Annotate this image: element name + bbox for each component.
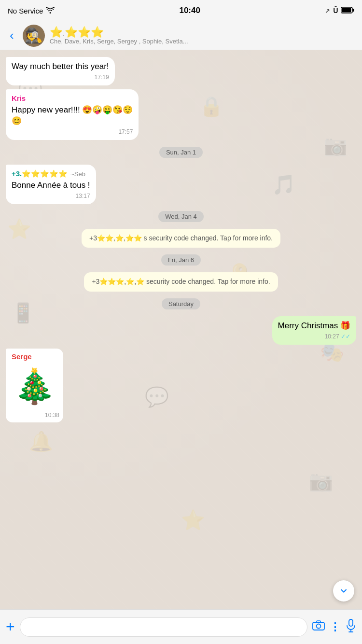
serge-sender-name: Serge xyxy=(6,349,63,363)
svg-rect-4 xyxy=(313,622,324,630)
message-time: 13:17 xyxy=(12,192,90,200)
sender-stars: +3.⭐⭐⭐⭐⭐ xyxy=(12,168,68,179)
message-row: +3.⭐⭐⭐⭐⭐ ~Seb Bonne Année à tous ! 13:17 xyxy=(6,165,356,204)
chat-header[interactable]: ‹ 🕵️ ⭐.⭐⭐⭐ Che, Dave, Kris, Serge, Serge… xyxy=(0,21,362,50)
wifi-icon xyxy=(46,7,55,15)
date-divider: Fri, Jan 6 xyxy=(161,254,201,266)
bubble-seb[interactable]: +3.⭐⭐⭐⭐⭐ ~Seb Bonne Année à tous ! 13:17 xyxy=(6,165,96,204)
message-text: Way much better this year! xyxy=(12,61,109,72)
microphone-button[interactable] xyxy=(346,619,356,635)
bubble-outgoing[interactable]: Merry Christmas 🎁 10:27 ✓✓ xyxy=(272,316,356,345)
system-bubble[interactable]: +3⭐⭐⭐,⭐,⭐ security code changed. Tap for… xyxy=(84,272,278,292)
status-time: 10:40 xyxy=(179,6,200,15)
bluetooth-icon: Ǔ xyxy=(333,7,338,14)
message-input[interactable] xyxy=(20,617,307,637)
signal-text: No Service xyxy=(8,7,43,15)
back-button[interactable]: ‹ xyxy=(6,26,18,45)
location-icon: ↗ xyxy=(325,7,330,14)
serge-image-bubble[interactable]: Serge 🎄 10:38 xyxy=(6,349,63,422)
system-text: +3⭐⭐⭐,⭐,⭐ security code changed. Tap for… xyxy=(92,278,270,285)
status-left: No Service xyxy=(8,7,55,15)
message-row: Kris Happy new year!!!! 😍🤪🤑😘😌😊 17:57 xyxy=(6,89,356,140)
bubble-incoming[interactable]: Way much better this year! 17:19 xyxy=(6,57,115,85)
system-bubble[interactable]: +3⭐⭐,⭐,⭐⭐ s security code changed. Tap f… xyxy=(82,229,280,248)
sender-name: Kris xyxy=(12,93,133,103)
system-message-row: +3⭐⭐,⭐,⭐⭐ s security code changed. Tap f… xyxy=(6,229,356,248)
status-bar: No Service 10:40 ↗ Ǔ xyxy=(0,0,362,21)
date-divider: Saturday xyxy=(162,298,200,309)
message-time: 17:57 xyxy=(12,128,133,136)
group-avatar: 🕵️ xyxy=(23,25,45,47)
message-text: Merry Christmas 🎁 xyxy=(278,320,350,332)
scroll-down-button[interactable] xyxy=(333,580,354,602)
header-names: Che, Dave, Kris, Serge, Sergey , Sophie,… xyxy=(50,38,356,45)
message-row: Way much better this year! 17:19 xyxy=(6,57,356,85)
message-time: 17:19 xyxy=(12,73,109,82)
header-info: ⭐.⭐⭐⭐ Che, Dave, Kris, Serge, Sergey , S… xyxy=(50,26,356,45)
date-divider: Wed, Jan 4 xyxy=(158,211,204,222)
system-message-row: +3⭐⭐⭐,⭐,⭐ security code changed. Tap for… xyxy=(6,272,356,292)
header-stars: ⭐.⭐⭐⭐ xyxy=(50,26,356,38)
system-text: +3⭐⭐,⭐,⭐⭐ s security code changed. Tap f… xyxy=(89,234,273,242)
serge-time: 10:38 xyxy=(6,410,63,422)
date-divider: Sun, Jan 1 xyxy=(159,147,203,158)
svg-point-3 xyxy=(338,586,349,596)
serge-emoji: 🎄 xyxy=(6,363,63,410)
svg-rect-1 xyxy=(342,8,351,12)
sender-attribution: ~Seb xyxy=(70,170,85,179)
battery-icon xyxy=(341,7,354,15)
message-text: Happy new year!!!! 😍🤪🤑😘😌😊 xyxy=(12,104,133,127)
camera-button[interactable] xyxy=(312,620,325,634)
svg-point-5 xyxy=(317,624,321,628)
svg-rect-6 xyxy=(317,621,320,623)
add-attachment-button[interactable]: + xyxy=(6,618,15,636)
svg-rect-2 xyxy=(353,9,354,12)
bubble-kris[interactable]: Kris Happy new year!!!! 😍🤪🤑😘😌😊 17:57 xyxy=(6,89,139,140)
message-row: Merry Christmas 🎁 10:27 ✓✓ xyxy=(6,316,356,345)
message-row: Serge 🎄 10:38 xyxy=(6,349,356,422)
message-time: 10:27 ✓✓ xyxy=(278,333,350,341)
svg-rect-7 xyxy=(349,619,353,626)
input-bar: + ⋮ xyxy=(0,609,362,644)
chat-area: 💬 🔒 📷 🎵 ⭐ 🔑 📱 🎭 💬 🔔 📷 ⭐ Way much better … xyxy=(0,50,362,609)
read-ticks: ✓✓ xyxy=(341,333,350,340)
status-right: ↗ Ǔ xyxy=(325,7,354,15)
message-text: Bonne Année à tous ! xyxy=(12,180,90,191)
more-options-button[interactable]: ⋮ xyxy=(330,621,341,633)
